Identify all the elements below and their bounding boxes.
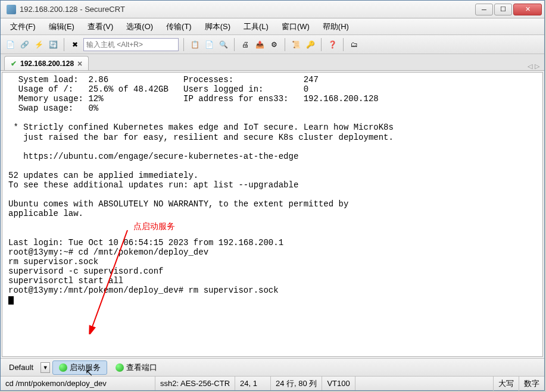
separator [343,38,344,51]
tab-right-icon[interactable]: ▷ [535,62,539,70]
green-dot-icon [116,363,124,372]
check-port-label: 查看端口 [126,362,157,373]
app-icon [7,5,16,14]
tab-label: 192.168.200.128 [20,59,74,68]
menu-options[interactable]: 选项(O) [120,19,159,35]
status-cursor: 24, 1 [235,377,271,390]
separator [64,38,64,51]
status-spacer [355,377,493,390]
status-num: 数字 [519,377,544,391]
connect-icon[interactable]: 🔗 [18,39,30,51]
host-input[interactable] [83,38,179,51]
new-session-icon[interactable]: 📄 [4,39,16,51]
window-title: 192.168.200.128 - SecureCRT [20,5,475,14]
options-icon[interactable]: ⚙ [268,39,280,51]
separator [234,38,235,51]
menu-window[interactable]: 窗口(W) [276,19,316,35]
menu-tools[interactable]: 工具(L) [238,19,274,35]
separator [183,38,184,51]
green-dot-icon [59,363,67,372]
reconnect-icon[interactable]: 🔄 [47,39,59,51]
titlebar: 192.168.200.128 - SecureCRT ─ ☐ ✕ [1,1,544,18]
status-term: VT100 [322,377,355,390]
tab-scroll[interactable]: ◁ ▷ [528,62,539,70]
start-service-label: 启动服务 [70,362,101,373]
start-service-button[interactable]: 启动服务 ↖ [52,360,107,375]
toolbar: 📄 🔗 ⚡ 🔄 ✖ 📋 📄 🔍 🖨 📤 ⚙ 📜 🔑 ❓ 🗂 [1,35,544,54]
annotation-label: 点启动服务 [133,221,175,231]
extra-icon[interactable]: 🗂 [348,39,360,51]
close-button[interactable]: ✕ [513,4,542,15]
help-icon[interactable]: ❓ [326,39,338,51]
script-icon[interactable]: 📜 [290,39,302,51]
minimize-button[interactable]: ─ [475,4,493,15]
app-window: 192.168.200.128 - SecureCRT ─ ☐ ✕ 文件(F) … [0,0,545,391]
copy-icon[interactable]: 📋 [189,39,201,51]
menu-help[interactable]: 帮助(H) [317,19,355,35]
tab-close-icon[interactable]: × [77,59,82,68]
menu-view[interactable]: 查看(V) [82,19,119,35]
check-port-button[interactable]: 查看端口 [110,360,163,375]
separator [285,38,285,51]
menu-script[interactable]: 脚本(S) [199,19,236,35]
find-icon[interactable]: 🔍 [217,39,229,51]
tab-left-icon[interactable]: ◁ [528,62,532,70]
terminal-cursor [8,296,14,305]
disconnect-icon[interactable]: ✖ [69,39,81,51]
separator [321,38,322,51]
default-label: Default [4,362,38,373]
menu-file[interactable]: 文件(F) [4,19,42,35]
print-icon[interactable]: 🖨 [239,39,251,51]
menu-edit[interactable]: 编辑(E) [43,19,80,35]
connected-icon: ✔ [11,59,17,68]
key-icon[interactable]: 🔑 [304,39,316,51]
terminal-content: System load: 2.86 Processes: 247 Usage o… [8,75,394,295]
status-protocol: ssh2: AES-256-CTR [155,377,235,390]
default-dropdown[interactable]: ▼ [40,362,50,373]
maximize-button[interactable]: ☐ [494,4,512,15]
paste-icon[interactable]: 📄 [203,39,215,51]
tabbar: ✔ 192.168.200.128 × ◁ ▷ [1,54,544,71]
terminal[interactable]: System load: 2.86 Processes: 247 Usage o… [2,72,543,357]
status-size: 24 行, 80 列 [271,377,322,390]
session-tab[interactable]: ✔ 192.168.200.128 × [4,56,89,70]
status-caps: 大写 [493,377,519,391]
quick-connect-icon[interactable]: ⚡ [33,39,45,51]
status-path: cd /mnt/pokemon/deploy_dev [1,377,155,390]
transfer-icon[interactable]: 📤 [254,39,266,51]
menu-transfer[interactable]: 传输(T) [160,19,198,35]
button-bar: Default ▼ 启动服务 ↖ 查看端口 [1,358,544,376]
menubar: 文件(F) 编辑(E) 查看(V) 选项(O) 传输(T) 脚本(S) 工具(L… [1,18,544,35]
statusbar: cd /mnt/pokemon/deploy_dev ssh2: AES-256… [1,376,544,390]
